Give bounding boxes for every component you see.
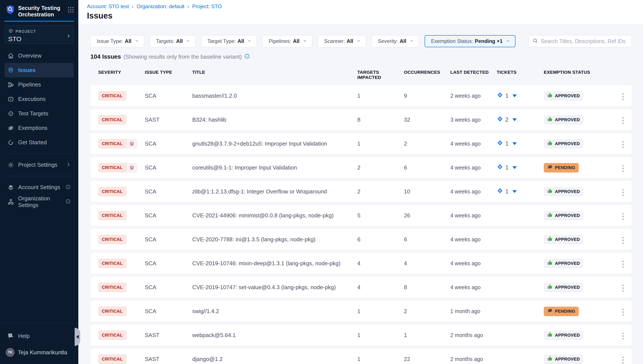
issue-title[interactable]: coreutils@9.1-1: Improper Input Validati…: [192, 164, 357, 171]
search-input[interactable]: [541, 38, 628, 44]
kebab-menu-icon[interactable]: [619, 115, 627, 126]
table-row[interactable]: CRITICAL SCA swig//1.4.2 1 2 1 month ago…: [90, 300, 632, 322]
occurrences-value: 6: [404, 236, 450, 243]
table-row[interactable]: CRITICAL SAST django@1.2 1 22 2 months a…: [90, 348, 632, 364]
table-row[interactable]: CRITICAL SCA CVE-2021-44906: minimist@0.…: [90, 205, 632, 226]
last-detected-value: 4 weeks ago: [450, 260, 497, 266]
exemption-status-badge: APPROVED: [544, 330, 583, 340]
kebab-menu-icon[interactable]: [619, 91, 627, 102]
issue-type: SCA: [145, 212, 192, 219]
sidebar-item-pipelines[interactable]: Pipelines: [5, 78, 74, 92]
pipelines-icon: [7, 81, 14, 88]
breadcrumb-organization-link[interactable]: Organization: default: [137, 4, 184, 10]
issue-title[interactable]: bassmaster//1.2.0: [192, 92, 357, 99]
issue-type: SCA: [145, 236, 192, 243]
sidebar-item-exemptions[interactable]: Exemptions: [5, 121, 74, 135]
table-row[interactable]: CRITICAL SCA CVE-2019-10747: set-value@0…: [90, 277, 632, 298]
severity-badge: CRITICAL: [98, 258, 127, 268]
issue-title[interactable]: swig//1.4.2: [192, 308, 357, 314]
col-exemption-status: EXEMPTION STATUS: [544, 70, 619, 80]
issue-title[interactable]: gnutls28@3.7.9-2+deb12u5: Improper Input…: [192, 140, 357, 147]
issue-type: SCA: [145, 284, 192, 291]
svg-text:?: ?: [10, 334, 11, 336]
exemption-status-badge: PENDING: [544, 163, 579, 172]
exemption-status-badge: APPROVED: [544, 283, 583, 292]
filter-dropdown[interactable]: Exemption Status: Pending +1: [425, 35, 515, 47]
targets-impacted-value: 1: [357, 308, 404, 314]
page-body: Issue Type: All Targets: All Target Type…: [78, 24, 643, 364]
breadcrumb-project-link[interactable]: Project: STO: [192, 4, 222, 10]
kebab-menu-icon[interactable]: [619, 258, 627, 270]
search-box[interactable]: [528, 35, 632, 47]
issue-title[interactable]: CVE-2019-10747: set-value@0.4.3 (lang-pk…: [192, 284, 357, 291]
issue-title[interactable]: django@1.2: [192, 356, 357, 362]
sidebar-item-project-settings[interactable]: Project Settings: [5, 158, 74, 172]
filter-dropdown[interactable]: Issue Type: All: [90, 35, 144, 47]
info-icon[interactable]: [244, 54, 250, 60]
app-title: Security Testing Orchestration: [18, 5, 68, 18]
table-row[interactable]: CRITICAL SAST B324: hashlib 8 32 3 weeks…: [90, 109, 632, 130]
thumbs-up-icon: [547, 332, 553, 339]
ticket-dropdown[interactable]: 1: [497, 164, 517, 172]
help-button[interactable]: ? Help: [5, 330, 74, 342]
project-selector[interactable]: PROJECT STO ›: [5, 25, 74, 44]
exemption-status-badge: PENDING: [544, 307, 579, 316]
filter-dropdown[interactable]: Target Type: All: [201, 35, 257, 47]
issue-title[interactable]: CVE-2021-44906: minimist@0.0.8 (lang-pkg…: [192, 212, 357, 219]
kebab-menu-icon[interactable]: [619, 282, 627, 294]
sidebar-item-overview[interactable]: Overview: [5, 48, 74, 63]
sidebar-collapse-button[interactable]: [75, 328, 80, 346]
kebab-menu-icon[interactable]: [619, 211, 627, 222]
issue-title[interactable]: B324: hashlib: [192, 116, 357, 123]
sidebar-item-account-settings[interactable]: Account Settings: [5, 180, 74, 194]
breadcrumb-account-link[interactable]: Account: STO test: [87, 4, 129, 10]
severity-badge: CRITICAL: [98, 115, 127, 125]
filter-dropdown[interactable]: Scanner: All: [318, 35, 366, 47]
app-root: Security Testing Orchestration PROJECT S…: [0, 0, 643, 364]
sidebar-item-organization-settings[interactable]: Organization Settings: [5, 194, 74, 209]
filter-dropdown[interactable]: Severity: All: [372, 35, 419, 47]
table-row[interactable]: CRITICAL SCA CVE-2020-7788: ini@1.3.5 (l…: [90, 229, 632, 250]
executions-play-icon: [7, 96, 14, 103]
ticket-dropdown[interactable]: 1: [497, 92, 517, 100]
table-row[interactable]: CRITICAL SCA bassmaster//1.2.0 1 9 2 wee…: [90, 85, 632, 106]
sidebar-item-issues[interactable]: Issues: [5, 63, 74, 78]
sidebar-item-executions[interactable]: Executions: [5, 92, 74, 106]
kebab-menu-icon[interactable]: [619, 163, 627, 174]
kebab-menu-icon[interactable]: [619, 234, 627, 246]
issue-title[interactable]: zlib@1:1.2.13.dfsg-1: Integer Overflow o…: [192, 188, 357, 195]
kebab-menu-icon[interactable]: [619, 354, 627, 364]
ticket-dropdown[interactable]: 1: [497, 140, 517, 148]
last-detected-value: 4 weeks ago: [450, 140, 497, 147]
sidebar-item-test-targets[interactable]: Test Targets: [5, 106, 74, 121]
severity-badge: CRITICAL: [98, 306, 127, 316]
kebab-menu-icon[interactable]: [619, 187, 627, 198]
table-row[interactable]: CRITICAL SCA CVE-2019-10746: mixin-deep@…: [90, 253, 632, 274]
thumbs-up-icon: [547, 92, 553, 100]
kebab-menu-icon[interactable]: [619, 139, 627, 150]
ticket-expand-icon: [512, 118, 517, 121]
tickets-cell: 1: [497, 164, 544, 172]
issue-title[interactable]: webpack@5.64.1: [192, 332, 357, 338]
severity-badge: CRITICAL: [98, 187, 127, 196]
main-content: Account: STO test › Organization: defaul…: [78, 0, 643, 364]
jira-icon: [497, 116, 503, 124]
targets-impacted-value: 5: [357, 212, 404, 219]
col-tickets: TICKETS: [497, 70, 544, 80]
user-profile[interactable]: TK Teja Kummarikuntla: [5, 348, 74, 357]
table-row[interactable]: CRITICAL SCA gnutls28@3.7.9-2+deb12u5: I…: [90, 133, 632, 154]
filter-dropdown[interactable]: Targets: All: [150, 35, 196, 47]
issue-title[interactable]: CVE-2019-10746: mixin-deep@1.3.1 (lang-p…: [192, 260, 357, 267]
table-row[interactable]: CRITICAL SCA coreutils@9.1-1: Improper I…: [90, 157, 632, 178]
module-grid-icon[interactable]: [68, 6, 74, 14]
table-row[interactable]: CRITICAL SAST webpack@5.64.1 1 1 2 month…: [90, 324, 632, 346]
chevron-down-icon: [248, 39, 251, 44]
issue-title[interactable]: CVE-2020-7788: ini@1.3.5 (lang-pkgs, nod…: [192, 236, 357, 243]
filter-dropdown[interactable]: Pipelines: All: [262, 35, 312, 47]
kebab-menu-icon[interactable]: [619, 306, 627, 318]
ticket-dropdown[interactable]: 1: [497, 188, 517, 196]
sidebar-item-get-started[interactable]: Get Started: [5, 135, 74, 150]
kebab-menu-icon[interactable]: [619, 330, 627, 342]
ticket-dropdown[interactable]: 2: [497, 116, 517, 124]
table-row[interactable]: CRITICAL SCA zlib@1:1.2.13.dfsg-1: Integ…: [90, 181, 632, 202]
